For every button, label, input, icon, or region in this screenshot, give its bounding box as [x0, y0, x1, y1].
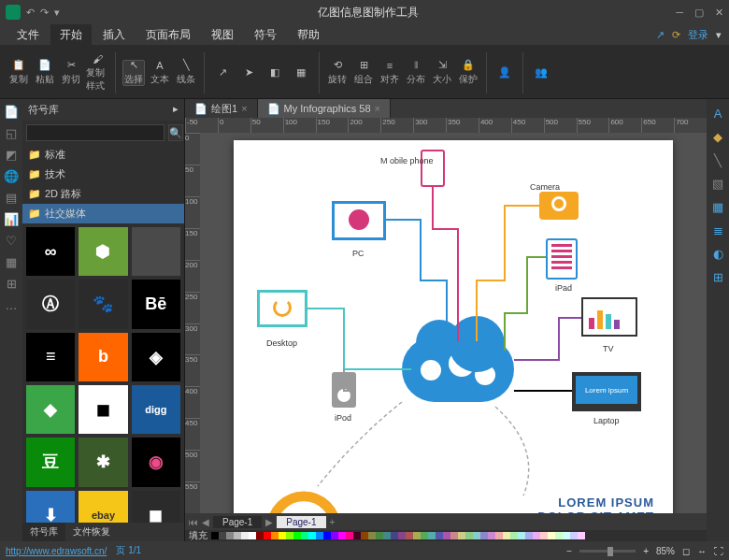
shape1-button[interactable]: ◧ — [264, 60, 286, 86]
color-swatch[interactable] — [279, 532, 286, 539]
color-swatch[interactable] — [249, 532, 256, 539]
cut-button[interactable]: ✂剪切 — [60, 60, 82, 86]
color-swatch[interactable] — [234, 532, 241, 539]
doc-tab-2[interactable]: 📄My Infographics 58× — [258, 99, 391, 118]
category-standard[interactable]: 📁标准 — [22, 145, 184, 165]
color-swatch[interactable] — [488, 532, 495, 539]
symbol-search-input[interactable] — [26, 124, 164, 141]
symbol-item[interactable]: ⬇ — [26, 491, 75, 523]
color-swatch[interactable] — [256, 532, 264, 539]
menu-home[interactable]: 开始 — [50, 24, 92, 46]
bottom-tab-symbols[interactable]: 符号库 — [22, 523, 65, 541]
page-next-icon[interactable]: ▶ — [265, 517, 273, 527]
color-swatch[interactable] — [473, 532, 480, 539]
properties-icon[interactable]: ⊞ — [713, 270, 723, 284]
color-swatch[interactable] — [301, 532, 308, 539]
heart-icon[interactable]: ♡ — [6, 234, 17, 248]
color-swatch[interactable] — [548, 532, 555, 539]
color-swatch[interactable] — [361, 532, 368, 539]
canvas-page[interactable]: M obile phone Camera PC iPad Desktop TV — [234, 140, 673, 513]
category-tech[interactable]: 📁技术 — [22, 165, 184, 184]
color-swatch[interactable] — [465, 532, 473, 539]
color-swatch[interactable] — [443, 532, 450, 539]
color-swatch[interactable] — [323, 532, 331, 539]
shadow-icon[interactable]: ▧ — [712, 177, 723, 191]
symbol-item[interactable]: Bē — [132, 280, 180, 328]
color-swatch[interactable] — [264, 532, 271, 539]
category1-icon[interactable]: ◱ — [6, 126, 17, 140]
theme-icon[interactable]: ◐ — [713, 247, 723, 261]
color-swatch[interactable] — [458, 532, 465, 539]
color-swatch[interactable] — [376, 532, 383, 539]
distribute-button[interactable]: ⫴分布 — [405, 60, 427, 86]
color-swatch[interactable] — [428, 532, 436, 539]
website-link[interactable]: http://www.edrawsoft.cn/ — [6, 546, 107, 556]
protect-button[interactable]: 🔒保护 — [457, 60, 479, 86]
map-icon[interactable]: ▦ — [6, 255, 17, 269]
symbol-item[interactable]: 豆 — [26, 438, 75, 486]
share-icon[interactable]: ↗ — [656, 29, 665, 41]
desktop-shape[interactable] — [257, 290, 307, 327]
color-swatch[interactable] — [293, 532, 301, 539]
color-swatch[interactable] — [338, 532, 346, 539]
color-swatch[interactable] — [308, 532, 316, 539]
extra2-button[interactable]: 👥 — [530, 60, 552, 86]
close-icon[interactable]: ✕ — [715, 7, 723, 19]
more-icon[interactable]: … — [6, 298, 18, 312]
color-swatch[interactable] — [518, 532, 525, 539]
zoom-in-icon[interactable]: + — [643, 546, 649, 556]
color-swatch[interactable] — [563, 532, 570, 539]
doc-tab-1[interactable]: 📄绘图1× — [185, 99, 258, 118]
size-button[interactable]: ⇲大小 — [431, 60, 453, 86]
symbol-item[interactable]: ✱ — [79, 438, 127, 486]
color-swatch[interactable] — [436, 532, 443, 539]
arrow-button[interactable]: ➤ — [237, 60, 260, 86]
chart-icon[interactable]: 📊 — [4, 212, 19, 226]
cloud-shape[interactable] — [402, 337, 514, 402]
color-swatch[interactable] — [271, 532, 279, 539]
sync-icon[interactable]: ⟳ — [672, 29, 680, 41]
close-icon[interactable]: × — [241, 103, 247, 114]
fit-width-icon[interactable]: ↔ — [697, 546, 707, 556]
color-swatch[interactable] — [555, 532, 563, 539]
paste-button[interactable]: 📄粘贴 — [34, 60, 56, 86]
symbol-item[interactable]: digg — [132, 385, 180, 434]
page-tab-2[interactable]: Page-1 — [277, 516, 325, 528]
color-swatch[interactable] — [450, 532, 458, 539]
bottom-tab-recovery[interactable]: 文件恢复 — [65, 523, 118, 541]
symbol-item[interactable]: ebay — [79, 491, 127, 523]
category-2d-signs[interactable]: 📁2D 路标 — [22, 184, 184, 204]
fit-page-icon[interactable]: ◻ — [682, 546, 690, 556]
layers-icon[interactable]: ≣ — [713, 223, 723, 237]
line-style-icon[interactable]: ╲ — [714, 153, 722, 167]
fullscreen-icon[interactable]: ⛶ — [714, 546, 723, 556]
camera-shape[interactable] — [539, 192, 579, 220]
maximize-icon[interactable]: ▢ — [694, 7, 704, 19]
color-swatch[interactable] — [570, 532, 578, 539]
menu-help[interactable]: 帮助 — [288, 24, 329, 46]
symbol-item[interactable]: ⬢ — [79, 227, 127, 276]
color-swatch[interactable] — [480, 532, 488, 539]
line-tool-button[interactable]: ╲线条 — [175, 60, 197, 86]
color-swatch[interactable] — [286, 532, 293, 539]
color-swatch[interactable] — [368, 532, 376, 539]
symbol-item[interactable]: ◉ — [132, 438, 180, 486]
color-swatch[interactable] — [533, 532, 540, 539]
zoom-slider[interactable] — [579, 550, 636, 553]
pc-shape[interactable] — [332, 201, 386, 240]
color-swatch[interactable] — [219, 532, 226, 539]
minimize-icon[interactable]: ─ — [676, 7, 683, 19]
symbol-item[interactable]: ≡ — [26, 333, 75, 381]
color-swatch[interactable] — [495, 532, 503, 539]
color-swatch[interactable] — [353, 532, 361, 539]
color-swatch[interactable] — [211, 532, 219, 539]
symbol-item[interactable]: 🐾 — [79, 280, 127, 328]
select-tool-button[interactable]: ↖选择 — [122, 60, 145, 86]
symbol-item[interactable]: ◆ — [26, 385, 75, 434]
menu-insert[interactable]: 插入 — [93, 24, 135, 46]
page-prev-icon[interactable]: ◀ — [202, 517, 209, 527]
color-swatch[interactable] — [406, 532, 413, 539]
connector-button[interactable]: ↗ — [211, 60, 234, 86]
category2-icon[interactable]: ◩ — [6, 148, 17, 162]
extra1-button[interactable]: 👤 — [493, 60, 516, 86]
